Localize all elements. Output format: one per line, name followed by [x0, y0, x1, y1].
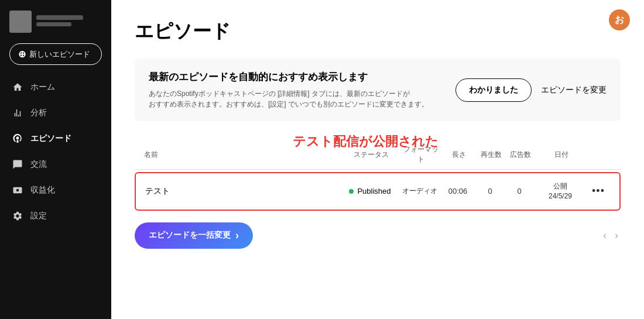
banner-title: 最新のエピソードを自動的におすすめ表示します — [149, 70, 437, 84]
page-title: エピソード — [135, 19, 621, 44]
chat-icon — [12, 159, 23, 170]
episode-date-value: 24/5/29 — [534, 191, 587, 201]
pagination: ‹ › — [601, 228, 621, 243]
sidebar-item-community-label: 交流 — [30, 159, 47, 170]
header-ads: 広告数 — [506, 150, 535, 160]
sidebar-item-home-label: ホーム — [30, 82, 55, 92]
sidebar-logo — [0, 0, 111, 39]
sidebar-item-analytics-label: 分析 — [30, 108, 47, 118]
sidebar-item-episodes[interactable]: エピソード — [0, 126, 111, 152]
sidebar-navigation: ホーム 分析 エピソード 交流 収益化 — [0, 74, 111, 229]
sidebar-item-community[interactable]: 交流 — [0, 152, 111, 177]
table-header: 名前 ステータス フォーマット 長さ 再生数 広告数 日付 — [135, 140, 621, 170]
avatar-label: お — [615, 14, 624, 26]
analytics-icon — [12, 107, 23, 119]
plus-icon: ⊕ — [18, 49, 26, 60]
episode-status-label: Published — [357, 187, 390, 195]
logo-text — [36, 15, 83, 29]
logo-line-1 — [36, 15, 83, 20]
header-plays: 再生数 — [477, 150, 506, 160]
new-episode-label: 新しいエピソード — [29, 49, 90, 60]
sidebar-item-monetize-label: 収益化 — [30, 185, 55, 195]
podcast-icon — [12, 133, 23, 145]
logo-image — [9, 11, 32, 33]
logo-line-2 — [36, 22, 71, 26]
sidebar: ⊕ 新しいエピソード ホーム 分析 エピソード — [0, 0, 111, 319]
main-content: お エピソード 最新のエピソードを自動的におすすめ表示します あなたのSpoti… — [111, 0, 644, 319]
header-date: 日付 — [535, 150, 588, 160]
pagination-next-button[interactable]: › — [612, 228, 621, 243]
new-episode-button[interactable]: ⊕ 新しいエピソード — [9, 43, 102, 65]
sidebar-item-monetize[interactable]: 収益化 — [0, 177, 111, 203]
episode-format: オーディオ — [399, 186, 440, 196]
sidebar-item-episodes-label: エピソード — [30, 133, 71, 144]
status-dot — [349, 189, 354, 194]
sidebar-item-settings-label: 設定 — [30, 211, 47, 221]
table-row: テスト Published オーディオ 00:06 0 0 公開 24/5/29… — [135, 172, 621, 211]
header-length: 長さ — [441, 150, 477, 160]
understand-button[interactable]: わかりました — [455, 78, 532, 102]
episode-ads: 0 — [505, 187, 534, 195]
pagination-prev-button[interactable]: ‹ — [601, 228, 609, 243]
banner-actions: わかりました エピソードを変更 — [455, 78, 607, 102]
episode-date: 公開 24/5/29 — [534, 181, 587, 201]
sidebar-item-home[interactable]: ホーム — [0, 74, 111, 100]
banner-text: 最新のエピソードを自動的におすすめ表示します あなたのSpotifyポッドキャス… — [149, 70, 437, 109]
chevron-right-icon: › — [235, 229, 239, 242]
more-options-icon[interactable]: ••• — [592, 185, 605, 197]
info-banner: 最新のエピソードを自動的におすすめ表示します あなたのSpotifyポッドキャス… — [135, 59, 621, 121]
header-format: フォーマット — [400, 145, 441, 164]
episode-status: Published — [341, 187, 399, 195]
bottom-area: エピソードを一括変更 › ‹ › — [135, 222, 621, 249]
episode-length: 00:06 — [440, 187, 475, 195]
episode-actions[interactable]: ••• — [587, 185, 610, 197]
episode-date-label: 公開 — [534, 181, 587, 191]
header-name: 名前 — [144, 150, 342, 160]
episode-name[interactable]: テスト — [145, 186, 341, 197]
header-status: ステータス — [342, 150, 400, 160]
episode-plays: 0 — [475, 187, 505, 195]
monetize-icon — [12, 184, 23, 196]
sidebar-item-analytics[interactable]: 分析 — [0, 100, 111, 126]
episode-table-area: テスト配信が公開された 名前 ステータス フォーマット 長さ 再生数 広告数 日… — [135, 140, 621, 211]
gear-icon — [12, 210, 23, 222]
bulk-edit-button[interactable]: エピソードを一括変更 › — [135, 222, 253, 249]
change-episode-button[interactable]: エピソードを変更 — [541, 85, 607, 95]
sidebar-item-settings[interactable]: 設定 — [0, 203, 111, 229]
avatar[interactable]: お — [609, 9, 630, 30]
bulk-edit-label: エピソードを一括変更 — [149, 230, 231, 241]
home-icon — [12, 81, 23, 93]
banner-description: あなたのSpotifyポッドキャストページの [詳細情報] タブには、最新のエピ… — [149, 88, 437, 109]
